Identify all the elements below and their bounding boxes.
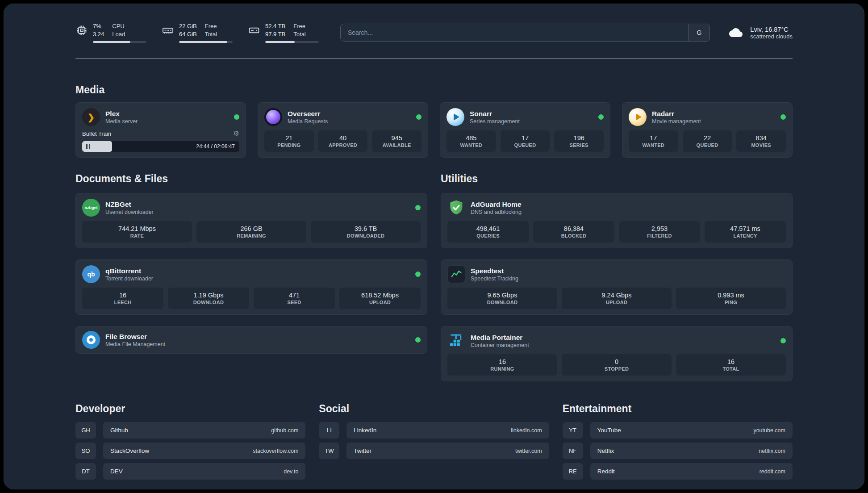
bookmark-row: YT YouTubeyoutube.com — [563, 422, 793, 439]
bookmark-name: LinkedIn — [354, 427, 376, 434]
stat-label: MOVIES — [751, 142, 771, 148]
disk-usage-bar — [265, 41, 319, 43]
stat-label: LATENCY — [733, 233, 757, 238]
stat-value: 86,384 — [564, 225, 584, 232]
stat-box: 86,384BLOCKED — [533, 221, 614, 242]
plex-icon: ❯ — [82, 108, 100, 126]
stat-value: 834 — [756, 134, 767, 142]
app-title: File Browser — [105, 332, 410, 341]
bookmark-abbr: SO — [75, 443, 96, 459]
bookmark-link-youtube[interactable]: YouTubeyoutube.com — [590, 422, 793, 439]
stat-label: LEECH — [114, 300, 132, 305]
cpu-load-label: Load — [112, 30, 125, 38]
cloud-icon — [727, 26, 745, 39]
stat-label: DOWNLOAD — [193, 300, 224, 305]
app-card-filebrowser[interactable]: File Browser Media File Management — [75, 326, 427, 354]
bookmark-link-twitter[interactable]: Twittertwitter.com — [346, 443, 549, 459]
bookmark-abbr: LI — [319, 422, 339, 439]
app-card-radarr[interactable]: Radarr Movie management 17WANTED 22QUEUE… — [622, 102, 793, 158]
bookmark-link-dev[interactable]: DEVdev.to — [103, 463, 305, 480]
stat-box: 744.21 MbpsRATE — [82, 221, 192, 242]
stat-label: RATE — [130, 233, 144, 238]
bookmark-url: dev.to — [284, 468, 298, 475]
bookmark-link-linkedin[interactable]: LinkedInlinkedin.com — [346, 422, 549, 439]
app-card-sonarr[interactable]: Sonarr Series management 485WANTED 17QUE… — [440, 102, 610, 158]
bookmark-url: github.com — [271, 427, 298, 434]
app-title: Speedtest — [471, 267, 786, 276]
disk-widget: 52.4 TB97.9 TB FreeTotal — [248, 22, 319, 42]
bookmark-abbr: GH — [75, 422, 96, 439]
stat-box: 2,953FILTERED — [619, 221, 700, 242]
stat-box: 40APPROVED — [318, 130, 368, 152]
stat-value: 16 — [727, 358, 734, 365]
ram-free-value: 22 GiB — [179, 22, 197, 30]
bookmark-name: Reddit — [597, 468, 615, 475]
status-dot — [415, 272, 421, 277]
bookmarks-entertainment: Entertainment YT YouTubeyoutube.com NF N… — [563, 403, 793, 484]
bookmark-row: TW Twittertwitter.com — [319, 443, 549, 459]
stat-value: 17 — [522, 134, 529, 142]
search-bar: G — [340, 24, 710, 42]
disk-total-label: Total — [293, 30, 305, 38]
app-card-adguard[interactable]: AdGuard Home DNS and adblocking 498,461Q… — [441, 193, 793, 248]
stat-value: 266 GB — [240, 225, 262, 232]
topbar-divider — [75, 58, 793, 59]
bookmark-url: youtube.com — [753, 427, 785, 434]
bookmark-link-reddit[interactable]: Redditreddit.com — [590, 463, 793, 480]
stat-label: QUERIES — [476, 233, 500, 238]
app-card-plex[interactable]: ❯ Plex Media server Bullet Train ⚙ 24:44… — [75, 102, 246, 158]
stat-label: UPLOAD — [606, 300, 627, 305]
status-dot — [415, 205, 421, 210]
status-dot — [416, 114, 421, 120]
now-playing-title: Bullet Train — [82, 130, 234, 137]
stat-label: SERIES — [570, 142, 588, 148]
stat-value: 471 — [289, 292, 300, 299]
bookmark-url: netflix.com — [759, 448, 785, 454]
search-engine-button[interactable]: G — [688, 24, 709, 41]
app-card-portainer[interactable]: Media Portainer Container management 16R… — [441, 326, 793, 381]
pause-icon[interactable] — [86, 144, 90, 149]
bookmark-link-github[interactable]: Githubgithub.com — [103, 422, 305, 439]
bookmark-row: LI LinkedInlinkedin.com — [319, 422, 549, 439]
app-card-speedtest[interactable]: Speedtest Speedtest Tracking 9.65 GbpsDO… — [441, 259, 793, 315]
stat-box: 17QUEUED — [501, 130, 550, 152]
ram-free-label: Free — [205, 22, 217, 30]
stat-box: 47.571 msLATENCY — [705, 221, 786, 242]
stat-box: 945AVAILABLE — [372, 130, 421, 152]
bookmark-abbr: NF — [563, 443, 583, 459]
app-title: Radarr — [652, 109, 775, 118]
bookmark-url: twitter.com — [515, 448, 542, 454]
gear-icon[interactable]: ⚙ — [234, 130, 239, 138]
app-card-qbittorrent[interactable]: qb qBittorrent Torrent downloader 16LEEC… — [75, 259, 427, 315]
ram-total-label: Total — [205, 30, 217, 38]
app-subtitle: Media server — [105, 118, 229, 125]
bookmark-link-stackoverflow[interactable]: StackOverflowstackoverflow.com — [103, 443, 305, 459]
status-dot — [780, 114, 786, 120]
app-subtitle: Media File Management — [105, 341, 410, 347]
playback-progress-bar[interactable]: 24:44 / 02:06:47 — [82, 141, 239, 152]
stat-label: TOTAL — [722, 366, 739, 372]
stat-box: 16RUNNING — [447, 354, 557, 376]
ram-icon — [162, 24, 174, 37]
top-bar: 7%3.24 CPULoad 22 GiB64 GiB FreeTotal — [75, 20, 793, 45]
app-subtitle: DNS and adblocking — [471, 209, 786, 215]
bookmark-row: GH Githubgithub.com — [75, 422, 305, 439]
bookmark-row: RE Redditreddit.com — [563, 463, 793, 480]
disk-free-value: 52.4 TB — [265, 22, 285, 30]
stat-box: 16TOTAL — [676, 354, 786, 376]
stat-value: 40 — [339, 134, 346, 142]
stat-label: FILTERED — [647, 233, 672, 238]
app-card-overseerr[interactable]: Overseerr Media Requests 21PENDING 40APP… — [258, 102, 428, 158]
app-card-nzbget[interactable]: nzbget NZBGet Usenet downloader 744.21 M… — [75, 193, 427, 248]
stat-value: 9.65 Gbps — [488, 292, 517, 299]
bookmark-link-netflix[interactable]: Netflixnetflix.com — [590, 443, 793, 459]
bookmark-name: Github — [110, 427, 128, 434]
utilities-column: Utilities AdGuard Home DNS and adblockin… — [441, 173, 793, 381]
bookmark-abbr: DT — [75, 463, 96, 480]
qbittorrent-icon: qb — [82, 265, 100, 283]
stat-label: BLOCKED — [561, 233, 587, 238]
disk-total-value: 97.9 TB — [265, 30, 285, 38]
bookmark-abbr: YT — [563, 422, 583, 439]
search-input[interactable] — [341, 24, 688, 41]
weather-widget: Lviv, 16.87°C scattered clouds — [727, 26, 793, 40]
